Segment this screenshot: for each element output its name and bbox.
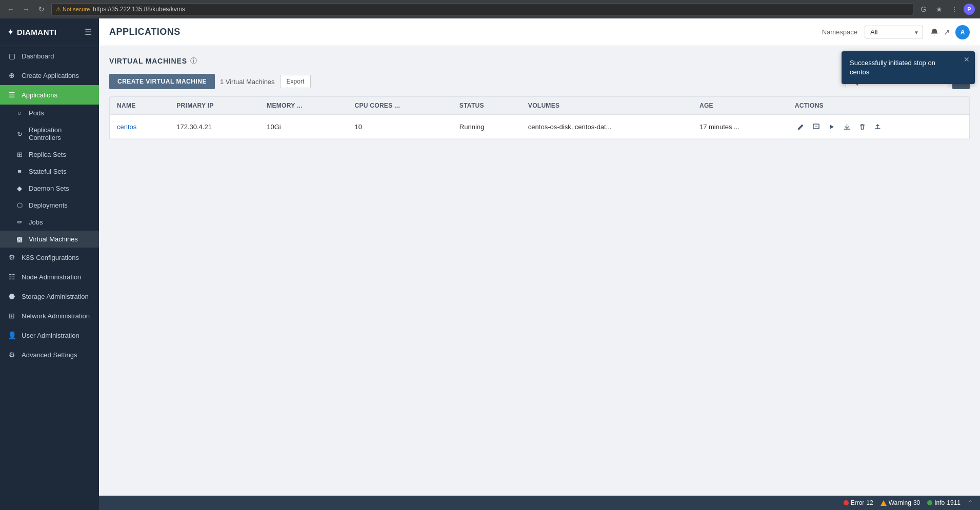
sidebar-item-daemon-sets[interactable]: ◆ Daemon Sets	[0, 180, 99, 197]
sidebar-item-pods[interactable]: ○ Pods	[0, 105, 99, 121]
sidebar-label-node-administration: Node Administration	[22, 273, 81, 281]
pods-icon: ○	[15, 109, 24, 117]
sidebar-item-replica-sets[interactable]: ⊞ Replica Sets	[0, 146, 99, 163]
download-action-button[interactable]	[841, 120, 853, 133]
sidebar-item-stateful-sets[interactable]: ≡ Stateful Sets	[0, 163, 99, 180]
svg-marker-6	[830, 125, 834, 129]
sidebar-item-node-administration[interactable]: ☷ Node Administration	[0, 267, 99, 287]
cell-status: Running	[452, 115, 521, 139]
applications-icon: ☰	[7, 91, 16, 99]
section-header: VIRTUAL MACHINES ⓘ	[109, 56, 970, 66]
delete-action-button[interactable]	[856, 120, 869, 133]
browser-chrome: ← → ↻ ⚠ Not secure https://35.222.135.88…	[0, 0, 980, 18]
info-label: Info	[934, 499, 945, 506]
sidebar-item-advanced-settings[interactable]: ⚙ Advanced Settings	[0, 345, 99, 364]
sidebar-item-create-applications[interactable]: ⊕ Create Applications	[0, 66, 99, 85]
reload-button[interactable]: ↻	[36, 4, 47, 15]
cell-primary-ip: 172.30.4.21	[169, 115, 259, 139]
cell-memory: 10Gi	[259, 115, 347, 139]
status-expand-button[interactable]: ⌃	[968, 499, 973, 506]
forward-button[interactable]: →	[21, 4, 32, 15]
topbar-right: Namespace All Default kube-system ↗ A	[822, 25, 970, 39]
namespace-select[interactable]: All Default kube-system	[865, 26, 923, 38]
sidebar-item-deployments[interactable]: ⬡ Deployments	[0, 197, 99, 214]
browser-actions: G ★ ⋮ P	[917, 3, 975, 15]
col-memory: MEMORY ...	[259, 97, 347, 115]
expand-button[interactable]: ↗	[944, 28, 950, 37]
toast-close-button[interactable]: ✕	[964, 55, 970, 64]
sidebar: ✦ DIAMANTI ☰ ▢ Dashboard ⊕ Create Applic…	[0, 18, 99, 510]
col-primary-ip: PRIMARY IP	[169, 97, 259, 115]
settings-button[interactable]: ⋮	[948, 3, 961, 15]
sidebar-item-replication-controllers[interactable]: ↻ Replication Controllers	[0, 121, 99, 146]
table-row: centos 172.30.4.21 10Gi 10 Running cento…	[110, 115, 969, 139]
section-title: VIRTUAL MACHINES	[109, 57, 187, 65]
bookmark-button[interactable]: ★	[933, 3, 945, 15]
info-icon[interactable]: ⓘ	[190, 56, 197, 66]
view-action-button[interactable]	[810, 120, 823, 133]
not-secure-indicator: ⚠ Not secure	[56, 6, 90, 13]
toolbar-left: CREATE VIRTUAL MACHINE 1 Virtual Machine…	[109, 74, 311, 89]
sidebar-item-k8s-configurations[interactable]: ⚙ K8S Configurations	[0, 248, 99, 267]
k8s-configurations-icon: ⚙	[7, 253, 16, 261]
sidebar-item-dashboard[interactable]: ▢ Dashboard	[0, 46, 99, 66]
node-administration-icon: ☷	[7, 273, 16, 281]
table-body: centos 172.30.4.21 10Gi 10 Running cento…	[110, 115, 969, 139]
hamburger-menu[interactable]: ☰	[85, 27, 92, 37]
stateful-sets-icon: ≡	[15, 168, 24, 175]
url-bar: ⚠ Not secure https://35.222.135.88/kubes…	[51, 3, 913, 15]
vm-name-link[interactable]: centos	[117, 123, 136, 131]
sidebar-label-applications: Applications	[22, 91, 57, 99]
sidebar-item-user-administration[interactable]: 👤 User Administration	[0, 325, 99, 345]
sidebar-item-applications[interactable]: ☰ Applications	[0, 85, 99, 105]
sidebar-item-jobs[interactable]: ✏ Jobs	[0, 214, 99, 231]
cell-actions	[788, 115, 969, 139]
start-action-button[interactable]	[826, 120, 838, 133]
sidebar-item-virtual-machines[interactable]: ▩ Virtual Machines	[0, 231, 99, 248]
error-status: Error 12	[844, 499, 873, 506]
vm-count: 1 Virtual Machines	[220, 78, 275, 86]
sidebar-label-deployments: Deployments	[29, 201, 68, 209]
col-name: NAME	[110, 97, 169, 115]
sidebar-label-dashboard: Dashboard	[22, 52, 54, 60]
create-virtual-machine-button[interactable]: CREATE VIRTUAL MACHINE	[109, 74, 215, 89]
toast-message: Successfully initiated stop on centos	[850, 59, 935, 76]
extensions-button[interactable]: G	[917, 3, 930, 15]
sidebar-item-network-administration[interactable]: ⊞ Network Administration	[0, 306, 99, 325]
advanced-settings-icon: ⚙	[7, 351, 16, 359]
export-action-button[interactable]	[872, 120, 884, 133]
col-cpu-cores: CPU CORES ...	[347, 97, 452, 115]
cell-cpu-cores: 10	[347, 115, 452, 139]
cell-age: 17 minutes ...	[692, 115, 788, 139]
sidebar-label-create-applications: Create Applications	[22, 72, 79, 79]
actions-cell	[795, 120, 962, 133]
replication-controllers-icon: ↻	[15, 130, 24, 138]
storage-administration-icon: ⬣	[7, 292, 16, 300]
sidebar-label-daemon-sets: Daemon Sets	[29, 185, 69, 192]
page-title: APPLICATIONS	[109, 27, 181, 37]
logo: ✦ DIAMANTI	[7, 27, 56, 37]
col-age: AGE	[692, 97, 788, 115]
table-header-row: NAME PRIMARY IP MEMORY ... CPU CORES ...…	[110, 97, 969, 115]
sidebar-label-advanced-settings: Advanced Settings	[22, 351, 77, 359]
jobs-icon: ✏	[15, 218, 24, 226]
sidebar-label-pods: Pods	[29, 109, 44, 117]
sidebar-navigation: ▢ Dashboard ⊕ Create Applications ☰ Appl…	[0, 46, 99, 510]
browser-user-avatar[interactable]: P	[964, 4, 975, 15]
logo-text: DIAMANTI	[17, 28, 56, 36]
user-avatar[interactable]: A	[955, 25, 970, 39]
url-text: https://35.222.135.88/kubes/kvms	[93, 6, 185, 13]
deployments-icon: ⬡	[15, 201, 24, 209]
back-button[interactable]: ←	[5, 4, 16, 15]
logo-icon: ✦	[7, 27, 14, 37]
sidebar-label-k8s-configurations: K8S Configurations	[22, 254, 79, 261]
dashboard-icon: ▢	[7, 52, 16, 60]
sidebar-item-storage-administration[interactable]: ⬣ Storage Administration	[0, 287, 99, 306]
sidebar-label-jobs: Jobs	[29, 218, 43, 226]
export-button[interactable]: Export	[280, 75, 311, 88]
error-count: 12	[866, 499, 873, 506]
notifications-button[interactable]	[930, 28, 938, 36]
info-status: Info 1911	[927, 499, 961, 506]
edit-action-button[interactable]	[795, 120, 807, 133]
network-administration-icon: ⊞	[7, 312, 16, 320]
